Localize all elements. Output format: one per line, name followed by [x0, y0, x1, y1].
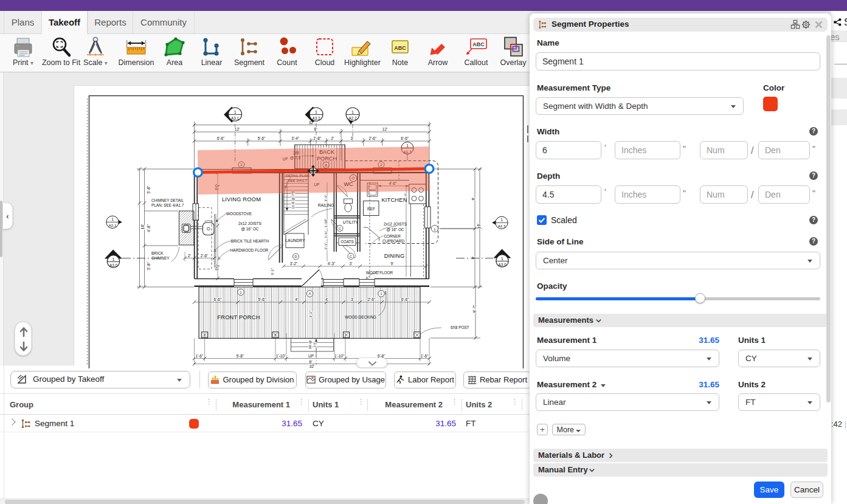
svg-text:C: C [350, 255, 353, 258]
svg-text:2': 2' [331, 136, 334, 140]
svg-text:2x12 JOISTS: 2x12 JOISTS [384, 222, 407, 226]
svg-text:LIVING ROOM: LIVING ROOM [222, 196, 261, 202]
svg-text:UP: UP [308, 354, 314, 358]
svg-text:A3.2: A3.2 [312, 116, 320, 120]
svg-text:BRICK: BRICK [151, 251, 164, 255]
svg-text:3': 3' [351, 136, 354, 140]
svg-text:EQ: EQ [215, 264, 220, 270]
svg-text:8': 8' [309, 360, 313, 364]
svg-text:9'-8": 9'-8" [236, 354, 244, 358]
svg-text:1'-10": 1'-10" [276, 354, 286, 358]
svg-text:3': 3' [351, 297, 354, 302]
svg-text:RAILING: RAILING [318, 203, 334, 207]
svg-text:9': 9' [391, 261, 394, 266]
svg-text:@ 16" OC: @ 16" OC [241, 227, 258, 231]
svg-text:6'-6": 6'-6" [401, 297, 409, 302]
svg-text:1: 1 [501, 257, 503, 261]
svg-text:1: 1 [315, 110, 317, 114]
svg-text:FRONT PORCH: FRONT PORCH [217, 314, 260, 320]
svg-text:8': 8' [314, 127, 317, 131]
svg-text:CHIMNEY DETAIL: CHIMNEY DETAIL [151, 198, 184, 202]
svg-text:HARDWOOD FLOOR: HARDWOOD FLOOR [230, 248, 269, 252]
svg-text:3'-3": 3'-3" [324, 195, 328, 202]
svg-text:1'-6": 1'-6" [195, 354, 203, 358]
svg-text:CUPBOARD: CUPBOARD [382, 239, 405, 243]
svg-text:7.5': 7.5' [313, 342, 317, 347]
svg-text:C: C [339, 227, 342, 230]
svg-text:6X8 POST: 6X8 POST [451, 325, 469, 330]
svg-text:3'-4": 3'-4" [291, 136, 299, 140]
svg-text:COATS: COATS [341, 240, 354, 244]
svg-text:1'-6": 1'-6" [421, 354, 429, 358]
svg-text:1: 1 [112, 257, 115, 261]
svg-text:1'-10": 1'-10" [324, 219, 328, 228]
svg-text:1'-6": 1'-6" [324, 231, 328, 238]
svg-text:A: A [308, 292, 311, 295]
svg-text:2'-6": 2'-6" [201, 254, 209, 258]
svg-text:2'-6": 2'-6" [368, 297, 376, 302]
svg-text:4': 4' [325, 297, 328, 302]
svg-text:2'-1": 2'-1" [324, 243, 328, 250]
svg-text:6'-6": 6'-6" [213, 297, 221, 302]
svg-text:BRICK TILE HEARTH: BRICK TILE HEARTH [231, 239, 269, 243]
svg-text:A2.3: A2.3 [498, 224, 506, 228]
svg-text:1: 1 [500, 218, 503, 222]
svg-text:ABC: ABC [472, 41, 485, 47]
svg-text:3'-1": 3'-1" [309, 311, 313, 318]
svg-text:16': 16' [140, 224, 145, 229]
svg-text:3R @: 3R @ [308, 340, 312, 349]
svg-text:16': 16' [477, 224, 481, 229]
svg-text:A3.0: A3.0 [109, 263, 118, 268]
svg-text:2'-8": 2'-8" [313, 136, 321, 140]
svg-text:12': 12' [235, 127, 240, 131]
svg-text:LAUNDRY: LAUNDRY [285, 238, 305, 243]
svg-text:3'-1": 3'-1" [271, 268, 274, 275]
svg-text:6'-6": 6'-6" [401, 136, 409, 140]
svg-text:1: 1 [406, 143, 409, 148]
svg-text:@ 16" OC: @ 16" OC [386, 227, 404, 232]
svg-text:3': 3' [350, 261, 353, 266]
svg-text:2': 2' [188, 254, 191, 258]
svg-text:WOODSTOVE: WOODSTOVE [226, 212, 252, 216]
svg-text:A2.1: A2.1 [109, 223, 117, 227]
svg-text:4'-8": 4'-8" [147, 224, 151, 232]
svg-text:4'-3": 4'-3" [328, 261, 336, 266]
svg-text:UTILITY: UTILITY [343, 220, 359, 224]
svg-text:5'-8": 5'-8" [147, 262, 151, 270]
svg-text:6'-6": 6'-6" [217, 136, 225, 140]
svg-text:2'-6": 2'-6" [368, 136, 376, 140]
svg-text:A3.1: A3.1 [231, 116, 240, 120]
svg-text:CORNER: CORNER [384, 234, 401, 238]
svg-text:1: 1 [234, 110, 237, 114]
svg-text:32': 32' [309, 364, 314, 368]
svg-text:A2.2: A2.2 [348, 116, 357, 120]
svg-text:6': 6' [404, 193, 407, 196]
svg-text:DINING: DINING [384, 253, 405, 259]
svg-text:5'-6": 5'-6" [258, 297, 266, 302]
svg-text:REF: REF [367, 207, 375, 211]
svg-text:D: D [294, 255, 297, 258]
svg-text:WOOD DECKING: WOOD DECKING [345, 315, 376, 319]
svg-text:ABC: ABC [394, 45, 406, 51]
svg-text:A3.0: A3.0 [498, 263, 506, 267]
svg-text:1'-10": 1'-10" [334, 354, 344, 358]
svg-text:2x12 JOISTS: 2x12 JOISTS [238, 221, 261, 226]
svg-text:4': 4' [295, 297, 298, 302]
svg-text:12': 12' [382, 127, 387, 131]
svg-text:8': 8' [471, 257, 475, 260]
svg-text:WOOD FLOOR: WOOD FLOOR [366, 271, 393, 275]
svg-text:PLAN: SEE 4/A1.7: PLAN: SEE 4/A1.7 [151, 203, 184, 207]
svg-text:8': 8' [471, 198, 475, 201]
svg-text:5'-6": 5'-6" [258, 136, 266, 140]
svg-text:5'-8": 5'-8" [147, 186, 151, 194]
svg-text:KITCHEN: KITCHEN [381, 197, 407, 203]
svg-text:1: 1 [351, 110, 354, 114]
svg-text:3'-2": 3'-2" [290, 261, 298, 266]
svg-text:8'-7": 8'-7" [472, 305, 477, 313]
svg-text:1: 1 [111, 217, 114, 221]
